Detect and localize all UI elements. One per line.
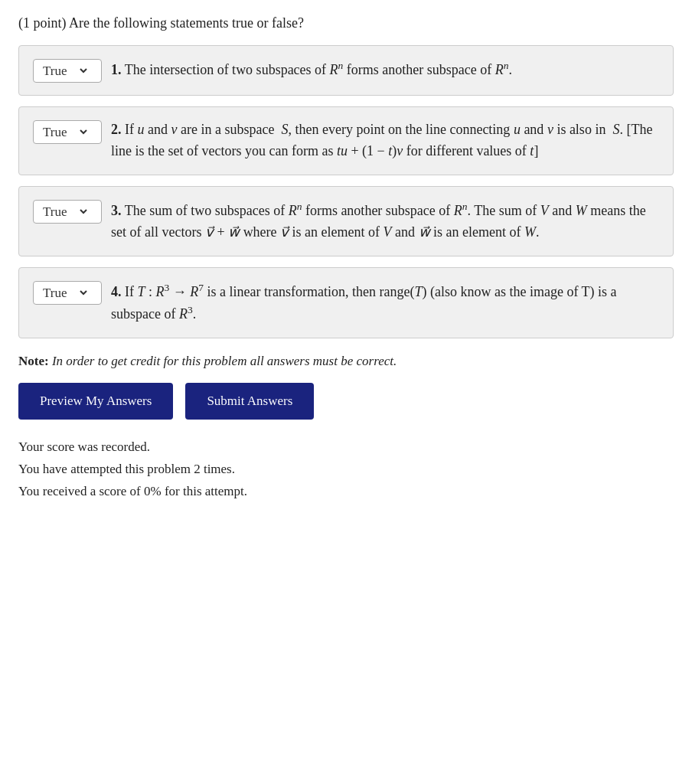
question-text-3: 3. The sum of two subspaces of Rn forms …	[111, 199, 659, 243]
question-block-1: TrueFalse1. The intersection of two subs…	[18, 45, 674, 96]
question-row-3: TrueFalse3. The sum of two subspaces of …	[33, 199, 659, 243]
dropdown-2[interactable]: TrueFalse	[40, 124, 90, 140]
note-section: Note: In order to get credit for this pr…	[18, 354, 674, 369]
score-line1: Your score was recorded.	[18, 436, 674, 459]
dropdown-1[interactable]: TrueFalse	[40, 63, 90, 79]
score-line2: You have attempted this problem 2 times.	[18, 459, 674, 481]
question-header: (1 point) Are the following statements t…	[18, 15, 674, 31]
dropdown-3[interactable]: TrueFalse	[40, 204, 90, 220]
question-text-1: 1. The intersection of two subspaces of …	[111, 58, 659, 81]
button-row: Preview My Answers Submit Answers	[18, 383, 674, 420]
header-text: (1 point) Are the following statements t…	[18, 15, 304, 31]
score-section: Your score was recorded. You have attemp…	[18, 436, 674, 503]
dropdown-wrapper-4[interactable]: TrueFalse	[33, 281, 102, 305]
note-label: Note:	[18, 354, 49, 368]
question-block-4: TrueFalse4. If T : R3 → R7 is a linear t…	[18, 267, 674, 339]
note-body: In order to get credit for this problem …	[52, 354, 397, 368]
score-line3: You received a score of 0% for this atte…	[18, 481, 674, 503]
question-text-4: 4. If T : R3 → R7 is a linear transforma…	[111, 280, 659, 326]
submit-button[interactable]: Submit Answers	[185, 383, 314, 420]
preview-button[interactable]: Preview My Answers	[18, 383, 173, 420]
dropdown-wrapper-2[interactable]: TrueFalse	[33, 120, 102, 144]
dropdown-4[interactable]: TrueFalse	[40, 285, 90, 301]
question-row-1: TrueFalse1. The intersection of two subs…	[33, 58, 659, 83]
question-block-2: TrueFalse2. If u and v are in a subspace…	[18, 106, 674, 175]
question-block-3: TrueFalse3. The sum of two subspaces of …	[18, 186, 674, 256]
dropdown-wrapper-3[interactable]: TrueFalse	[33, 200, 102, 224]
question-text-2: 2. If u and v are in a subspace S, then …	[111, 119, 659, 162]
question-row-4: TrueFalse4. If T : R3 → R7 is a linear t…	[33, 280, 659, 326]
question-row-2: TrueFalse2. If u and v are in a subspace…	[33, 119, 659, 162]
dropdown-wrapper-1[interactable]: TrueFalse	[33, 59, 102, 83]
